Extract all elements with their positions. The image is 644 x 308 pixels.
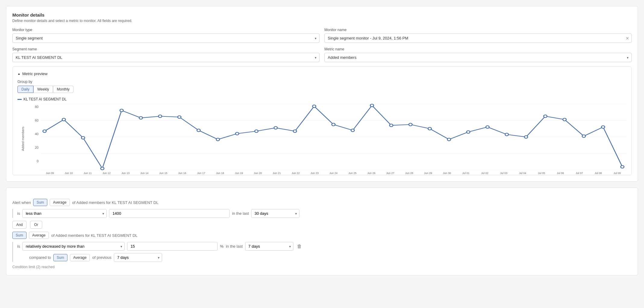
x-axis-label: Jun 17: [192, 172, 211, 175]
and-btn[interactable]: And: [12, 221, 27, 229]
svg-point-16: [255, 130, 258, 132]
x-axis-label: Jun 27: [381, 172, 400, 175]
svg-point-6: [62, 118, 65, 121]
previous-period-wrapper: 7 days 14 days 30 days: [114, 253, 162, 262]
chevron-up-icon: ▲: [17, 72, 20, 75]
cond2-is-label: is: [17, 244, 20, 249]
metric-preview-header[interactable]: ▲ Metric preview: [17, 71, 627, 76]
cond2-header-row: Sum Average of Added members for KL TEST…: [12, 232, 632, 239]
x-axis-label: Jun 11: [78, 172, 97, 175]
x-axis-label: Jun 20: [249, 172, 267, 175]
x-axis-label: Jun 25: [343, 172, 362, 175]
delete-condition-btn[interactable]: 🗑: [296, 243, 303, 250]
metric-name-group: Metric name Added members: [324, 47, 632, 62]
x-axis-label: Jun 16: [173, 172, 192, 175]
svg-point-22: [370, 104, 374, 107]
or-btn[interactable]: Or: [30, 221, 42, 229]
compared-to-row: compared to Sum Average of previous 7 da…: [29, 253, 632, 262]
x-axis-label: Jun 15: [154, 172, 173, 175]
cond2-period-wrapper: 7 days 14 days 30 days: [245, 242, 293, 251]
x-axis-label: Jul 01: [456, 172, 475, 175]
x-axis-label: Jun 18: [211, 172, 230, 175]
compared-average-btn[interactable]: Average: [70, 254, 90, 261]
svg-point-31: [544, 115, 547, 118]
x-axis-label: Jun 14: [135, 172, 154, 175]
group-by-btn-group: Daily Weekly Monthly: [17, 86, 627, 93]
monitor-name-group: Monitor name ✕: [324, 28, 632, 43]
monitor-type-label: Monitor type: [12, 28, 320, 32]
svg-point-25: [428, 127, 431, 130]
group-by-label: Group by: [17, 80, 627, 84]
x-axis-label: Jun 24: [324, 172, 343, 175]
x-axis-label: Jul 02: [475, 172, 494, 175]
cond2-in-last-label: in the last: [226, 244, 243, 249]
alert-average-btn[interactable]: Average: [50, 199, 70, 206]
svg-point-13: [197, 129, 200, 132]
compared-sum-btn[interactable]: Sum: [53, 254, 67, 261]
metric-preview-title: Metric preview: [22, 71, 48, 76]
x-axis-label: Jul 09: [608, 172, 627, 175]
condition-1-row: is less than greater than relatively dec…: [17, 209, 632, 218]
monitor-name-label: Monitor name: [324, 28, 632, 32]
monitor-name-wrapper: ✕: [324, 33, 632, 43]
chart-legend: KL TEST AI SEGMENT DL: [17, 97, 627, 101]
group-by-daily[interactable]: Daily: [17, 86, 33, 93]
x-axis-label: Jun 26: [362, 172, 381, 175]
condition-2-block: is less than greater than relatively dec…: [12, 242, 632, 262]
cond2-average-btn[interactable]: Average: [29, 232, 49, 239]
percent-suffix: %: [220, 244, 224, 249]
cond2-threshold-input[interactable]: [127, 242, 217, 251]
svg-point-17: [274, 126, 277, 129]
clear-icon[interactable]: ✕: [626, 36, 629, 41]
group-by-weekly[interactable]: Weekly: [33, 86, 53, 93]
cond2-period-select[interactable]: 7 days 14 days 30 days: [245, 242, 293, 251]
x-axis-labels: Jun 09Jun 10Jun 11Jun 12Jun 13Jun 14Jun …: [40, 172, 627, 175]
cond1-threshold-input[interactable]: [109, 209, 230, 218]
x-axis-label: Jul 04: [513, 172, 532, 175]
metric-preview-section: ▲ Metric preview Group by Daily Weekly M…: [12, 66, 632, 175]
x-axis-label: Jun 23: [305, 172, 324, 175]
condition-limit-note: Condition limit (2) reached: [12, 265, 632, 269]
group-by-monthly[interactable]: Monthly: [53, 86, 73, 93]
monitor-details-section: Monitor details Define monitor details a…: [6, 6, 638, 182]
segment-name-select-wrapper: KL TEST AI SEGMENT DL: [12, 53, 320, 62]
svg-point-27: [467, 131, 470, 133]
condition-2-row: is less than greater than relatively dec…: [17, 242, 632, 251]
y-axis: 80 60 40 20 0: [30, 104, 40, 170]
monitor-type-group: Monitor type Single segment: [12, 28, 320, 43]
segment-name-select[interactable]: KL TEST AI SEGMENT DL: [12, 53, 320, 62]
cond2-of-label: of Added members for KL TEST AI SEGMENT …: [51, 233, 137, 238]
monitor-type-select[interactable]: Single segment: [12, 33, 320, 43]
segment-name-group: Segment name KL TEST AI SEGMENT DL: [12, 47, 320, 62]
svg-point-24: [409, 123, 412, 126]
x-axis-label: Jun 22: [286, 172, 305, 175]
svg-point-33: [582, 135, 586, 138]
cond1-period-select[interactable]: 7 days 14 days 30 days 60 days 90 days: [251, 209, 299, 218]
metric-name-select[interactable]: Added members: [324, 53, 632, 62]
x-axis-label: Jul 08: [589, 172, 608, 175]
svg-point-7: [81, 136, 85, 139]
previous-period-select[interactable]: 7 days 14 days 30 days: [114, 253, 162, 262]
alert-sum-btn[interactable]: Sum: [33, 199, 47, 206]
alert-when-label: Alert when: [12, 200, 31, 205]
svg-point-29: [505, 133, 508, 136]
condition-1-block: is less than greater than relatively dec…: [12, 209, 632, 218]
monitor-details-title: Monitor details: [12, 12, 632, 17]
cond2-sum-btn[interactable]: Sum: [12, 232, 27, 239]
y-axis-label: Added members: [21, 127, 25, 151]
svg-point-8: [101, 167, 104, 170]
x-axis-label: Jun 30: [437, 172, 456, 175]
svg-point-21: [351, 129, 354, 132]
monitor-name-input[interactable]: [324, 33, 632, 43]
svg-point-9: [120, 109, 123, 112]
chart-svg: [40, 104, 627, 170]
alert-of-label: of Added members for KL TEST AI SEGMENT …: [72, 200, 158, 205]
cond2-condition-select[interactable]: less than greater than relatively decrea…: [22, 242, 125, 251]
monitor-type-name-row: Monitor type Single segment Monitor name…: [12, 28, 632, 43]
x-axis-label: Jul 05: [532, 172, 551, 175]
compared-to-label: compared to: [29, 255, 51, 260]
metric-name-select-wrapper: Added members: [324, 53, 632, 62]
svg-point-5: [43, 130, 46, 132]
cond1-condition-select[interactable]: less than greater than relatively decrea…: [22, 209, 107, 218]
x-axis-label: Jun 29: [419, 172, 438, 175]
